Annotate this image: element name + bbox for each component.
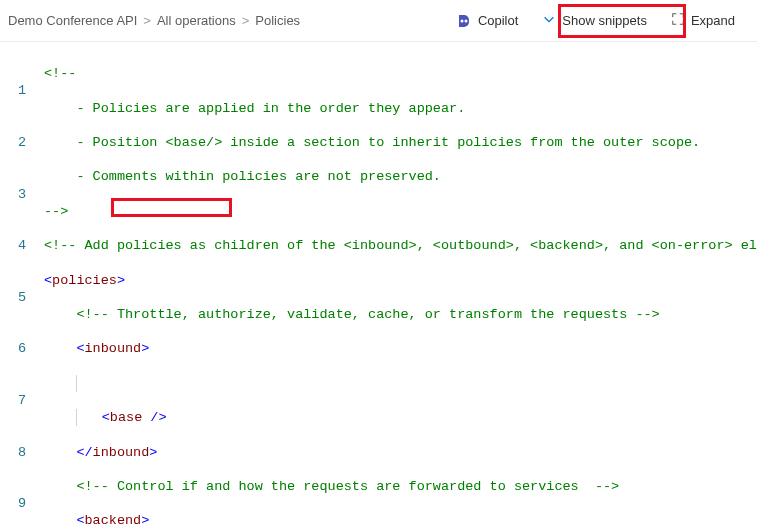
annotation-highlight-snippets [558, 4, 686, 38]
code-line: <!-- Control if and how the requests are… [44, 478, 757, 495]
chevron-down-icon [542, 12, 556, 29]
code-line: - Policies are applied in the order they… [44, 100, 757, 117]
expand-label: Expand [691, 13, 735, 28]
code-line: <backend> [44, 512, 757, 528]
code-line: </inbound> [44, 444, 757, 461]
line-number: 1 [0, 82, 26, 99]
code-line: <inbound> [44, 340, 757, 357]
breadcrumb-item-api[interactable]: Demo Conference API [8, 13, 137, 28]
code-content[interactable]: <!-- - Policies are applied in the order… [44, 48, 757, 528]
line-number: 6 [0, 340, 26, 357]
copilot-label: Copilot [478, 13, 518, 28]
code-line [44, 375, 757, 392]
breadcrumb-item-operations[interactable]: All operations [157, 13, 236, 28]
copilot-button[interactable]: Copilot [446, 7, 528, 35]
line-number: 3 [0, 186, 26, 203]
line-number: 4 [0, 237, 26, 254]
code-line: <!-- Add policies as children of the <in… [44, 237, 757, 254]
breadcrumb-item-policies[interactable]: Policies [255, 13, 300, 28]
svg-point-1 [464, 19, 467, 22]
line-number: 5 [0, 289, 26, 306]
code-line: - Position <base/> inside a section to i… [44, 134, 757, 151]
code-line: - Comments within policies are not prese… [44, 168, 757, 185]
breadcrumb-sep: > [242, 13, 250, 28]
code-line: <!-- [44, 65, 757, 82]
line-gutter: 1 2 3 4 5 6 7 8 9 10 11 12 13 14 15 16 1… [0, 48, 44, 528]
breadcrumb-sep: > [143, 13, 151, 28]
copilot-icon [456, 13, 472, 29]
code-line: <policies> [44, 272, 757, 289]
code-line: <!-- Throttle, authorize, validate, cach… [44, 306, 757, 323]
line-number: 2 [0, 134, 26, 151]
line-number: 8 [0, 444, 26, 461]
code-editor[interactable]: 1 2 3 4 5 6 7 8 9 10 11 12 13 14 15 16 1… [0, 42, 757, 528]
line-number: 9 [0, 495, 26, 512]
svg-point-0 [460, 19, 463, 22]
annotation-highlight-line10 [111, 198, 232, 217]
breadcrumb: Demo Conference API > All operations > P… [8, 13, 300, 28]
code-line: <base /> [44, 409, 757, 426]
line-number: 7 [0, 392, 26, 409]
